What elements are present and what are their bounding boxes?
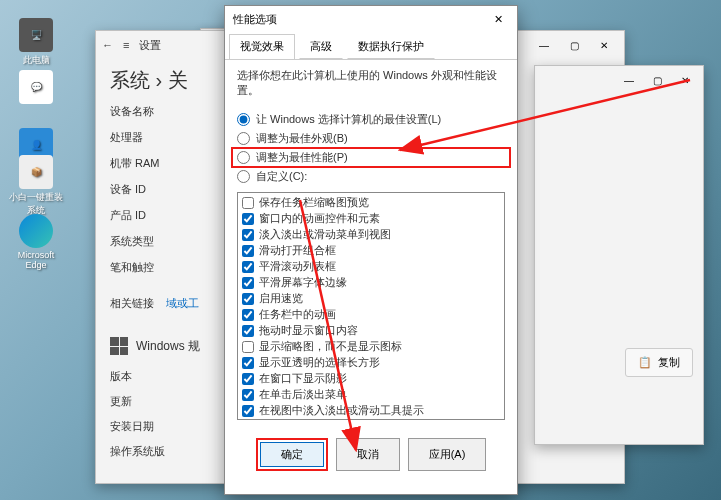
check-input[interactable]	[242, 245, 254, 257]
check-label: 窗口内的动画控件和元素	[259, 212, 380, 226]
copy-button-label: 复制	[658, 355, 680, 370]
ok-button[interactable]: 确定	[260, 442, 324, 467]
reinstall-icon: 📦	[19, 155, 53, 189]
check-row[interactable]: 任务栏中的动画	[240, 307, 502, 323]
cancel-button[interactable]: 取消	[336, 438, 400, 471]
check-label: 拖动时显示窗口内容	[259, 324, 358, 338]
check-row[interactable]: 拖动时显示窗口内容	[240, 323, 502, 339]
check-label: 平滑滚动列表框	[259, 260, 336, 274]
dialog-title: 性能选项	[233, 12, 277, 27]
tab-visual-effects[interactable]: 视觉效果	[229, 34, 295, 59]
desktop-icon-wechat[interactable]: 💬	[6, 70, 66, 106]
domain-link[interactable]: 域或工	[166, 297, 199, 309]
check-input[interactable]	[242, 341, 254, 353]
check-label: 启用速览	[259, 292, 303, 306]
tab-dep[interactable]: 数据执行保护	[347, 34, 435, 59]
check-input[interactable]	[242, 373, 254, 385]
dialog-tabs: 视觉效果 高级 数据执行保护	[225, 32, 517, 60]
radio-auto[interactable]: 让 Windows 选择计算机的最佳设置(L)	[237, 112, 505, 127]
check-label: 保存任务栏缩略图预览	[259, 196, 369, 210]
back-button[interactable]: ←	[102, 39, 113, 51]
check-input[interactable]	[242, 213, 254, 225]
check-input[interactable]	[242, 325, 254, 337]
check-row[interactable]: 在视图中淡入淡出或滑动工具提示	[240, 403, 502, 419]
radio-custom[interactable]: 自定义(C):	[237, 169, 505, 184]
close-button[interactable]: ✕	[671, 69, 699, 91]
menu-button[interactable]: ≡	[123, 39, 129, 51]
check-row[interactable]: 滑动打开组合框	[240, 243, 502, 259]
check-label: 淡入淡出或滑动菜单到视图	[259, 228, 391, 242]
check-input[interactable]	[242, 197, 254, 209]
close-button[interactable]: ✕	[590, 34, 618, 56]
visual-effects-checklist[interactable]: 保存任务栏缩略图预览窗口内的动画控件和元素淡入淡出或滑动菜单到视图滑动打开组合框…	[237, 192, 505, 420]
check-row[interactable]: 窗口内的动画控件和元素	[240, 211, 502, 227]
radio-best-look[interactable]: 调整为最佳外观(B)	[237, 131, 505, 146]
desktop-icon-edge[interactable]: Microsoft Edge	[6, 214, 66, 270]
monitor-icon: 🖥️	[19, 18, 53, 52]
dialog-description: 选择你想在此计算机上使用的 Windows 外观和性能设置。	[237, 68, 505, 98]
check-input[interactable]	[242, 405, 254, 417]
check-row[interactable]: 平滑屏幕字体边缘	[240, 275, 502, 291]
maximize-button[interactable]: ▢	[643, 69, 671, 91]
maximize-button[interactable]: ▢	[560, 34, 588, 56]
ok-button-highlight: 确定	[256, 438, 328, 471]
check-label: 滑动打开组合框	[259, 244, 336, 258]
windows-spec-label: Windows 规	[136, 338, 200, 355]
radio-best-performance-input[interactable]	[237, 151, 250, 164]
check-row[interactable]: 显示缩略图，而不是显示图标	[240, 339, 502, 355]
apply-button[interactable]: 应用(A)	[408, 438, 487, 471]
copy-button[interactable]: 📋 复制	[625, 348, 693, 377]
check-row[interactable]: 平滑滚动列表框	[240, 259, 502, 275]
check-row[interactable]: 在单击后淡出菜单	[240, 387, 502, 403]
performance-radio-group: 让 Windows 选择计算机的最佳设置(L) 调整为最佳外观(B) 调整为最佳…	[237, 112, 505, 184]
desktop-icon-xiaobai[interactable]: 📦 小白一键重装系统	[6, 155, 66, 217]
check-row[interactable]: 启用速览	[240, 291, 502, 307]
check-input[interactable]	[242, 357, 254, 369]
check-row[interactable]: 显示亚透明的选择长方形	[240, 355, 502, 371]
radio-best-look-input[interactable]	[237, 132, 250, 145]
radio-custom-label: 自定义(C):	[256, 169, 307, 184]
check-input[interactable]	[242, 277, 254, 289]
check-label: 平滑屏幕字体边缘	[259, 276, 347, 290]
check-input[interactable]	[242, 309, 254, 321]
edge-icon	[19, 214, 53, 248]
radio-best-performance-label: 调整为最佳性能(P)	[256, 150, 348, 165]
windows-logo-icon	[110, 337, 128, 355]
check-label: 显示亚透明的选择长方形	[259, 356, 380, 370]
radio-best-look-label: 调整为最佳外观(B)	[256, 131, 348, 146]
dialog-button-row: 确定 取消 应用(A)	[225, 428, 517, 483]
check-input[interactable]	[242, 389, 254, 401]
settings-title: 设置	[139, 38, 161, 53]
check-label: 在单击后淡出菜单	[259, 388, 347, 402]
dialog-titlebar: 性能选项 ✕	[225, 6, 517, 32]
desktop-icon-label: 此电脑	[23, 54, 50, 67]
check-label: 在窗口下显示阴影	[259, 372, 347, 386]
radio-auto-label: 让 Windows 选择计算机的最佳设置(L)	[256, 112, 441, 127]
related-links-label: 相关链接	[110, 297, 154, 309]
minimize-button[interactable]: —	[615, 69, 643, 91]
dialog-content: 选择你想在此计算机上使用的 Windows 外观和性能设置。 让 Windows…	[225, 60, 517, 428]
radio-auto-input[interactable]	[237, 113, 250, 126]
check-label: 任务栏中的动画	[259, 308, 336, 322]
minimize-button[interactable]: —	[530, 34, 558, 56]
radio-best-performance[interactable]: 调整为最佳性能(P)	[231, 147, 511, 168]
check-input[interactable]	[242, 229, 254, 241]
check-input[interactable]	[242, 261, 254, 273]
partial-right-window: — ▢ ✕ 📋 复制	[534, 65, 704, 445]
desktop-icon-label: Microsoft Edge	[6, 250, 66, 270]
performance-options-dialog: 性能选项 ✕ 视觉效果 高级 数据执行保护 选择你想在此计算机上使用的 Wind…	[224, 5, 518, 495]
copy-icon: 📋	[638, 356, 652, 369]
desktop-icon-this-pc[interactable]: 🖥️ 此电脑	[6, 18, 66, 67]
tab-advanced[interactable]: 高级	[299, 34, 343, 59]
check-label: 显示缩略图，而不是显示图标	[259, 340, 402, 354]
check-label: 在视图中淡入淡出或滑动工具提示	[259, 404, 424, 418]
radio-custom-input[interactable]	[237, 170, 250, 183]
check-row[interactable]: 在鼠标指针下显示阴影	[240, 419, 502, 420]
check-row[interactable]: 在窗口下显示阴影	[240, 371, 502, 387]
dialog-close-button[interactable]: ✕	[487, 9, 509, 29]
check-row[interactable]: 保存任务栏缩略图预览	[240, 195, 502, 211]
check-row[interactable]: 淡入淡出或滑动菜单到视图	[240, 227, 502, 243]
wechat-icon: 💬	[19, 70, 53, 104]
check-input[interactable]	[242, 293, 254, 305]
